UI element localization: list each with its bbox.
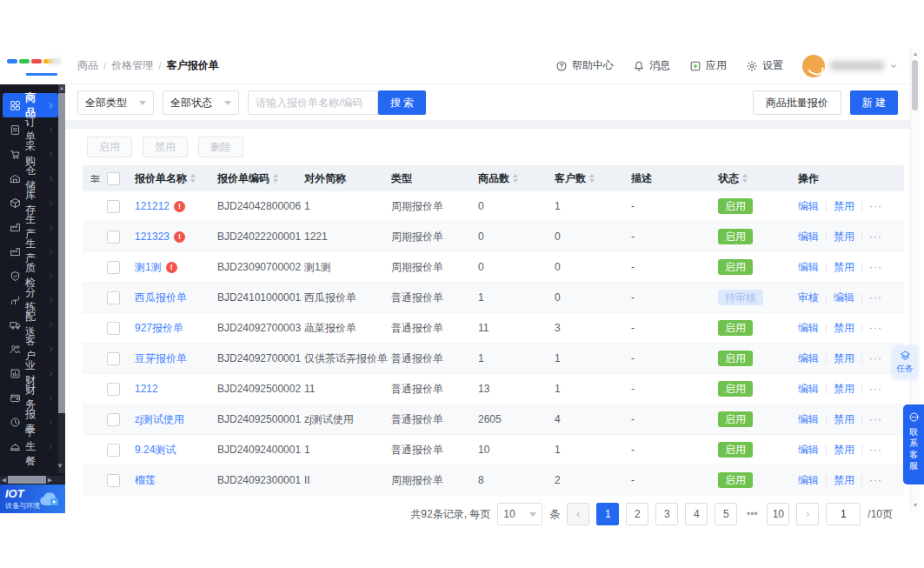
- sidebar-item-生产[interactable]: 生产: [3, 215, 58, 239]
- more-actions-icon[interactable]: ···: [869, 261, 882, 273]
- table-header-状态[interactable]: 状态: [718, 171, 798, 186]
- more-actions-icon[interactable]: ···: [869, 231, 882, 243]
- sidebar-item-分拣[interactable]: 分拣: [3, 288, 58, 312]
- sort-icon[interactable]: [513, 174, 518, 183]
- sort-icon[interactable]: [190, 174, 196, 183]
- op-禁用-link[interactable]: 禁用: [834, 260, 854, 275]
- op-禁用-link[interactable]: 禁用: [834, 412, 854, 427]
- header-action-帮助中心[interactable]: 帮助中心: [555, 58, 614, 73]
- row-checkbox[interactable]: [107, 352, 135, 365]
- table-header-报价单编码[interactable]: 报价单编码: [217, 171, 304, 186]
- breadcrumb-item[interactable]: 价格管理: [111, 58, 153, 73]
- status-filter-select[interactable]: 全部状态: [163, 90, 239, 115]
- prev-page-button[interactable]: ‹: [567, 503, 589, 525]
- row-checkbox[interactable]: [107, 261, 135, 274]
- sidebar-item-业财[interactable]: 业财: [3, 361, 58, 385]
- page-button-4[interactable]: 4: [685, 503, 708, 525]
- quote-name-link[interactable]: 测1测: [135, 260, 162, 275]
- page-size-select[interactable]: 10: [497, 503, 542, 525]
- sidebar-item-客户[interactable]: 客户: [3, 337, 58, 361]
- quote-name-link[interactable]: 927报价单: [135, 321, 183, 336]
- select-all-checkbox[interactable]: [107, 172, 135, 185]
- row-checkbox[interactable]: [107, 474, 135, 487]
- type-filter-select[interactable]: 全部类型: [77, 90, 154, 115]
- op-审核-link[interactable]: 审核: [798, 291, 819, 305]
- more-actions-icon[interactable]: ···: [869, 291, 882, 304]
- quote-name-link[interactable]: 西瓜报价单: [135, 291, 187, 305]
- op-编辑-link[interactable]: 编辑: [798, 351, 819, 366]
- quote-name-link[interactable]: 121212: [135, 200, 170, 212]
- op-禁用-link[interactable]: 禁用: [834, 443, 854, 458]
- scroll-down-icon[interactable]: ▼: [57, 462, 63, 470]
- bulk-启用-button[interactable]: 启用: [87, 137, 132, 157]
- sidebar-item-财务[interactable]: 财务: [3, 385, 58, 410]
- sidebar-horizontal-scrollbar[interactable]: ◀ ▶: [0, 476, 65, 484]
- more-actions-icon[interactable]: ···: [869, 474, 882, 486]
- op-编辑-link[interactable]: 编辑: [798, 230, 819, 244]
- page-button-10[interactable]: 10: [767, 503, 789, 525]
- sidebar-scrollbar-thumb[interactable]: [58, 93, 65, 413]
- column-settings-icon[interactable]: [83, 173, 107, 184]
- sort-icon[interactable]: [273, 174, 278, 183]
- row-checkbox[interactable]: [107, 200, 135, 213]
- header-action-设置[interactable]: 设置: [746, 58, 783, 73]
- op-编辑-link[interactable]: 编辑: [798, 382, 819, 397]
- row-checkbox[interactable]: [107, 231, 135, 244]
- more-actions-icon[interactable]: ···: [869, 200, 882, 212]
- quote-name-link[interactable]: zj测试使用: [135, 412, 184, 427]
- sidebar-item-仓储[interactable]: 仓储: [3, 166, 58, 190]
- scroll-left-icon[interactable]: ◀: [0, 477, 8, 484]
- row-checkbox[interactable]: [107, 444, 135, 457]
- header-action-消息[interactable]: 消息: [633, 58, 670, 73]
- page-jump-input[interactable]: [826, 503, 861, 525]
- scroll-up-icon[interactable]: ▲: [58, 84, 65, 92]
- search-button[interactable]: 搜 索: [378, 90, 426, 115]
- op-禁用-link[interactable]: 禁用: [834, 321, 854, 336]
- bulk-禁用-button[interactable]: 禁用: [143, 137, 188, 157]
- op-编辑-link[interactable]: 编辑: [798, 321, 819, 336]
- more-actions-icon[interactable]: ···: [869, 352, 882, 364]
- next-page-button[interactable]: ›: [796, 503, 819, 525]
- bulk-删除-button[interactable]: 删除: [198, 137, 243, 157]
- op-编辑-link[interactable]: 编辑: [798, 443, 819, 458]
- row-checkbox[interactable]: [107, 413, 135, 426]
- op-编辑-link[interactable]: 编辑: [798, 260, 819, 275]
- op-编辑-link[interactable]: 编辑: [798, 473, 819, 488]
- op-禁用-link[interactable]: 禁用: [834, 351, 854, 366]
- more-actions-icon[interactable]: ···: [869, 413, 882, 425]
- op-禁用-link[interactable]: 禁用: [834, 473, 854, 488]
- op-编辑-link[interactable]: 编辑: [834, 291, 854, 305]
- scroll-right-icon[interactable]: ▶: [46, 477, 54, 484]
- scroll-down-icon[interactable]: ▼: [911, 501, 920, 510]
- sidebar-hscrollbar-thumb[interactable]: [8, 476, 46, 484]
- quote-name-link[interactable]: 121323: [135, 231, 170, 243]
- op-编辑-link[interactable]: 编辑: [798, 199, 819, 214]
- op-编辑-link[interactable]: 编辑: [798, 412, 819, 427]
- page-button-3[interactable]: 3: [655, 503, 678, 525]
- sort-icon[interactable]: [589, 174, 595, 183]
- op-禁用-link[interactable]: 禁用: [834, 199, 854, 214]
- quote-name-link[interactable]: 豆芽报价单: [135, 351, 187, 366]
- sidebar-item-库存[interactable]: 库存: [3, 190, 58, 215]
- quote-name-link[interactable]: 1212: [135, 383, 158, 395]
- row-checkbox[interactable]: [107, 383, 135, 396]
- row-checkbox[interactable]: [107, 291, 135, 304]
- avatar[interactable]: [802, 55, 825, 77]
- contact-service-floating-button[interactable]: 联系客服: [903, 404, 924, 484]
- batch-quote-button[interactable]: 商品批量报价: [753, 90, 841, 115]
- task-floating-button[interactable]: 任务: [893, 345, 917, 378]
- sidebar-item-商品[interactable]: 商品: [3, 93, 58, 117]
- page-button-1[interactable]: 1: [596, 503, 619, 525]
- iot-module-banner[interactable]: IOT 设备与环境: [0, 484, 65, 513]
- op-禁用-link[interactable]: 禁用: [834, 382, 854, 397]
- quote-name-link[interactable]: 榴莲: [135, 473, 156, 488]
- sidebar-item-生产[interactable]: 生产: [3, 239, 58, 264]
- sidebar-item-质检[interactable]: 质检: [3, 264, 58, 288]
- user-menu[interactable]: [802, 55, 898, 77]
- more-actions-icon[interactable]: ···: [869, 444, 882, 456]
- sidebar-item-采购[interactable]: 采购: [3, 142, 58, 166]
- page-button-5[interactable]: 5: [715, 503, 737, 525]
- chevron-down-icon[interactable]: [889, 62, 898, 70]
- header-action-应用[interactable]: 应用: [689, 58, 727, 73]
- create-button[interactable]: 新 建: [850, 90, 898, 115]
